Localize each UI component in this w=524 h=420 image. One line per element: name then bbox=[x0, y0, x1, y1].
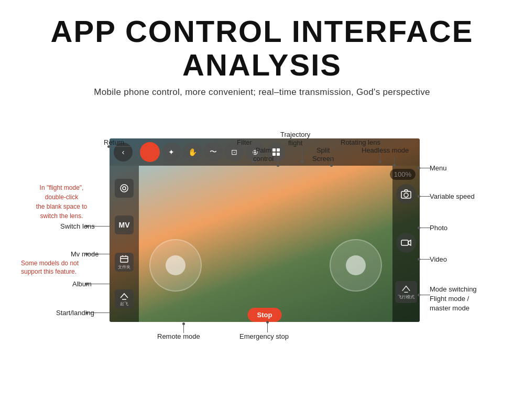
switch-lens-button[interactable] bbox=[115, 179, 134, 198]
page-title: APP CONTROL INTERFACE ANALYSIS bbox=[0, 0, 524, 82]
svg-point-5 bbox=[123, 187, 126, 190]
stop-button[interactable]: Stop bbox=[248, 308, 282, 322]
photo-button[interactable] bbox=[396, 184, 416, 204]
magic-button[interactable]: ✦ bbox=[162, 143, 181, 161]
svg-point-4 bbox=[121, 185, 128, 192]
page-subtitle: Mobile phone control, more convenient; r… bbox=[0, 87, 524, 98]
app-screen: ‹ ✦ ✋ 〜 ⊡ ⊕ 100% bbox=[110, 138, 420, 322]
left-panel: MV 文件夹 起飞 bbox=[110, 166, 139, 322]
trajectory-button[interactable]: 〜 bbox=[204, 143, 223, 161]
left-joystick[interactable] bbox=[149, 239, 202, 292]
palm-control-label: Palmcontrol bbox=[253, 146, 274, 164]
left-joystick-dot bbox=[166, 255, 185, 275]
remote-mode-label: Remote mode bbox=[157, 332, 200, 340]
filter-label: Filter bbox=[237, 138, 252, 146]
record-dot[interactable] bbox=[140, 142, 160, 162]
mode-switching-label: Mode switching bbox=[430, 285, 477, 293]
flight-master-label: Flight mode /master mode bbox=[430, 294, 470, 313]
variable-speed-label: Variable speed bbox=[430, 192, 475, 200]
return-connector-dot bbox=[107, 145, 110, 148]
palm-button[interactable]: ✋ bbox=[183, 143, 202, 161]
video-label: Video bbox=[430, 255, 447, 263]
mv-note-label: Some models do notsupport this feature. bbox=[21, 259, 79, 277]
joystick-area bbox=[139, 213, 392, 318]
svg-point-9 bbox=[404, 193, 408, 197]
right-panel: 飞行模式 bbox=[392, 166, 420, 322]
headless-mode-label: Headless mode bbox=[362, 146, 409, 154]
return-label: Return bbox=[104, 138, 124, 146]
rotating-lens-label: Rotating lens bbox=[341, 138, 380, 146]
right-joystick[interactable] bbox=[330, 239, 382, 292]
right-joystick-dot bbox=[346, 255, 366, 275]
svg-rect-10 bbox=[401, 240, 408, 245]
return-connector-h bbox=[110, 146, 130, 147]
album-button[interactable]: 文件夹 bbox=[115, 253, 134, 272]
photo-label: Photo bbox=[430, 224, 447, 232]
svg-rect-1 bbox=[277, 148, 280, 152]
mode-button[interactable]: 飞行模式 bbox=[395, 281, 417, 303]
menu-label: Menu bbox=[430, 164, 447, 172]
svg-rect-6 bbox=[121, 256, 128, 262]
mv-button[interactable]: MV bbox=[115, 216, 134, 234]
trajectory-label: Trajectoryflight bbox=[280, 131, 310, 148]
diagram-area: ‹ ✦ ✋ 〜 ⊡ ⊕ 100% bbox=[0, 107, 524, 411]
svg-rect-3 bbox=[277, 153, 280, 156]
video-button[interactable] bbox=[396, 233, 416, 253]
flight-mode-note: In "flight mode",double-clickthe blank s… bbox=[16, 183, 107, 221]
emergency-stop-label: Emergency stop bbox=[239, 332, 289, 340]
start-landing-button[interactable]: 起飞 bbox=[115, 289, 134, 308]
